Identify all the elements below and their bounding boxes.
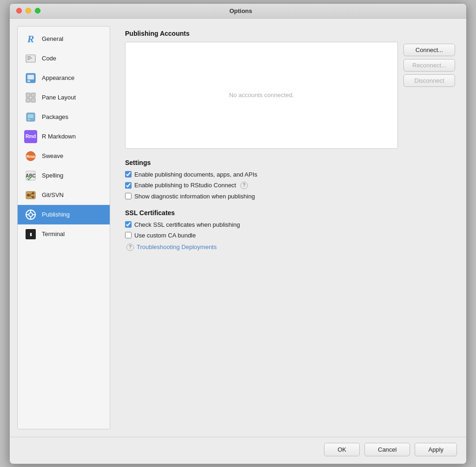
checkbox-custom-ca: Use custom CA bundle [125,232,455,239]
sidebar-item-code[interactable]: Code [18,49,110,68]
sidebar-item-appearance[interactable]: Appearance [18,68,110,88]
accounts-box: No accounts connected. [125,42,398,149]
spelling-icon: ABC [24,169,37,182]
minimize-dot[interactable] [26,8,31,13]
ssl-title: SSL Certificates [125,209,455,217]
close-dot[interactable] [16,8,22,13]
appearance-icon [24,72,37,85]
publishing-accounts-title: Publishing Accounts [125,30,455,37]
enable-rstudio-connect-label[interactable]: Enable publishing to RStudio Connect [134,182,236,189]
sidebar-label-r-markdown: R Markdown [42,133,76,140]
code-icon [24,52,37,65]
title-bar: Options [10,4,466,19]
show-diagnostic-label[interactable]: Show diagnostic information when publish… [134,193,255,200]
sidebar-label-pane-layout: Pane Layout [42,94,76,101]
sidebar-item-publishing[interactable]: Publishing [18,205,110,224]
no-accounts-text: No accounts connected. [229,92,294,99]
footer: OK Cancel Apply [10,437,466,464]
sidebar-item-packages[interactable]: Packages [18,107,110,127]
disconnect-button[interactable]: Disconnect [403,74,455,87]
sidebar: R General Code [17,26,110,429]
cancel-button[interactable]: Cancel [364,443,410,456]
svg-rect-9 [26,98,30,102]
enable-publishing-label[interactable]: Enable publishing documents, apps, and A… [134,171,258,178]
check-ssl-label[interactable]: Check SSL certificates when publishing [134,221,240,228]
svg-text:Rnw: Rnw [26,154,36,159]
reconnect-button[interactable]: Reconnect... [403,59,455,72]
sidebar-label-code: Code [42,55,56,62]
custom-ca-checkbox[interactable] [125,232,132,238]
publishing-icon [24,208,37,221]
terminal-icon: ▮ [24,228,37,241]
sidebar-item-sweave[interactable]: Rnw Sweave [18,146,110,166]
main-content: Publishing Accounts No accounts connecte… [118,26,459,429]
svg-rect-6 [27,80,30,82]
window-title: Options [44,7,437,14]
svg-point-21 [32,196,34,198]
sidebar-label-publishing: Publishing [42,211,70,218]
svg-point-19 [27,194,30,197]
checkbox-enable-publishing: Enable publishing documents, apps, and A… [125,171,455,178]
checkbox-check-ssl: Check SSL certificates when publishing [125,221,455,228]
troubleshoot-help-icon: ? [126,243,134,251]
sidebar-item-general[interactable]: R General [18,29,110,49]
svg-rect-12 [28,114,33,118]
sidebar-label-git-svn: Git/SVN [42,191,64,198]
sidebar-label-appearance: Appearance [42,74,74,81]
svg-rect-5 [27,75,34,79]
checkbox-enable-rstudio-connect: Enable publishing to RStudio Connect ? [125,182,455,189]
sweave-icon: Rnw [24,150,37,163]
help-icon[interactable]: ? [240,182,248,189]
general-icon: R [24,33,37,46]
sidebar-item-spelling[interactable]: ABC Spelling [18,166,110,185]
panelayout-icon [24,91,37,104]
svg-rect-7 [26,93,30,97]
accounts-buttons: Connect... Reconnect... Disconnect [403,42,455,149]
svg-rect-0 [26,55,35,62]
troubleshoot-label: Troubleshooting Deployments [137,243,217,250]
enable-publishing-checkbox[interactable] [125,171,132,178]
checkbox-show-diagnostic: Show diagnostic information when publish… [125,193,455,200]
svg-point-25 [29,213,33,217]
apply-button[interactable]: Apply [415,443,457,456]
rmarkdown-icon: Rmd [24,130,37,143]
options-window: Options R General [9,3,467,464]
troubleshoot-link[interactable]: ? Troubleshooting Deployments [125,243,455,251]
show-diagnostic-checkbox[interactable] [125,193,132,199]
packages-icon [24,111,37,124]
connect-button[interactable]: Connect... [403,44,455,56]
sidebar-item-r-markdown[interactable]: Rmd R Markdown [18,127,110,146]
ok-button[interactable]: OK [324,443,360,456]
svg-point-20 [32,192,34,194]
window-body: R General Code [10,19,466,437]
ssl-section: SSL Certificates Check SSL certificates … [125,209,455,251]
custom-ca-label[interactable]: Use custom CA bundle [134,232,196,239]
sidebar-label-terminal: Terminal [42,230,65,237]
sidebar-item-terminal[interactable]: ▮ Terminal [18,224,110,244]
sidebar-label-packages: Packages [42,113,68,120]
settings-section: Settings Enable publishing documents, ap… [125,159,455,200]
svg-rect-8 [31,93,35,97]
sidebar-label-general: General [42,35,63,42]
enable-rstudio-connect-checkbox[interactable] [125,182,132,189]
sidebar-item-git-svn[interactable]: Git/SVN [18,185,110,205]
sidebar-label-sweave: Sweave [42,152,63,159]
check-ssl-checkbox[interactable] [125,221,132,228]
sidebar-label-spelling: Spelling [42,172,63,179]
settings-title: Settings [125,159,455,166]
maximize-dot[interactable] [35,8,40,13]
sidebar-item-pane-layout[interactable]: Pane Layout [18,88,110,107]
svg-rect-10 [31,98,35,102]
accounts-area: No accounts connected. Connect... Reconn… [125,42,455,149]
gitsvn-icon [24,189,37,202]
svg-rect-13 [28,119,30,120]
